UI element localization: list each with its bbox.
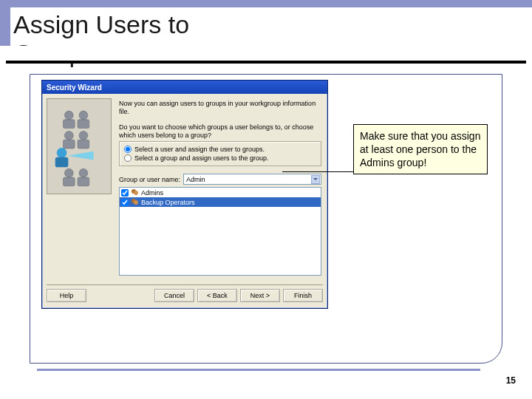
footer-accent-line xyxy=(37,369,480,371)
svg-point-9 xyxy=(64,168,73,177)
wizard-question-text: Do you want to choose which groups a use… xyxy=(119,123,321,140)
group-icon xyxy=(131,198,139,206)
radio-select-user[interactable]: Select a user and assign the user to gro… xyxy=(124,145,316,154)
help-button-label: Help xyxy=(60,292,74,299)
list-item-checkbox[interactable] xyxy=(121,189,129,197)
svg-rect-14 xyxy=(55,157,69,168)
svg-point-19 xyxy=(134,200,138,205)
radio-select-group-input[interactable] xyxy=(124,154,132,162)
groups-listbox[interactable]: Admins Backup Operators xyxy=(119,187,321,276)
finish-button[interactable]: Finish xyxy=(283,289,323,302)
svg-point-3 xyxy=(79,111,88,120)
svg-point-17 xyxy=(134,191,138,195)
dialog-titlebar: Security Wizard xyxy=(42,81,327,94)
radio-select-user-input[interactable] xyxy=(124,146,132,153)
radio-select-group-label: Select a group and assign users to the g… xyxy=(134,154,269,162)
dialog-title: Security Wizard xyxy=(47,83,102,92)
chevron-down-icon[interactable] xyxy=(311,175,320,184)
list-item-label: Backup Operators xyxy=(141,199,195,206)
back-button-label: < Back xyxy=(207,292,228,299)
list-item[interactable]: Admins xyxy=(120,188,321,197)
radio-select-user-label: Select a user and assign the user to gro… xyxy=(134,146,265,153)
svg-rect-6 xyxy=(64,140,75,149)
svg-point-5 xyxy=(64,131,73,140)
cancel-button-label: Cancel xyxy=(164,292,185,299)
back-button[interactable]: < Back xyxy=(197,289,237,302)
user-name-combo[interactable]: Admin xyxy=(183,174,321,185)
callout-text: Make sure that you assign at least one p… xyxy=(360,130,480,168)
group-icon xyxy=(131,188,139,197)
radio-select-group[interactable]: Select a group and assign users to the g… xyxy=(124,154,316,163)
list-item-checkbox[interactable] xyxy=(121,199,129,206)
list-item-label: Admins xyxy=(141,189,163,197)
svg-rect-4 xyxy=(78,120,89,129)
svg-point-7 xyxy=(79,131,88,140)
page-number: 15 xyxy=(506,375,516,386)
svg-rect-12 xyxy=(78,177,89,186)
list-item[interactable]: Backup Operators xyxy=(120,197,321,207)
combo-value: Admin xyxy=(186,176,205,183)
wizard-sidebar-image xyxy=(47,98,112,194)
callout-note: Make sure that you assign at least one p… xyxy=(353,124,488,174)
svg-rect-8 xyxy=(78,140,89,149)
svg-point-1 xyxy=(64,111,73,120)
svg-point-11 xyxy=(79,168,88,177)
finish-button-label: Finish xyxy=(294,292,312,299)
combo-label: Group or user name: xyxy=(119,176,180,183)
wizard-button-row: Help Cancel < Back Next > Finish xyxy=(47,284,323,304)
security-wizard-dialog: Security Wizard xyxy=(41,80,328,309)
cancel-button[interactable]: Cancel xyxy=(154,289,194,302)
help-button[interactable]: Help xyxy=(47,289,86,302)
svg-rect-2 xyxy=(64,120,75,129)
callout-leader-line xyxy=(282,171,356,172)
wizard-intro-text: Now you can assign users to groups in yo… xyxy=(119,100,321,116)
next-button-label: Next > xyxy=(250,292,270,299)
svg-point-13 xyxy=(57,148,67,158)
slide-divider xyxy=(6,46,526,64)
assignment-mode-group: Select a user and assign the user to gro… xyxy=(119,141,321,166)
svg-rect-10 xyxy=(64,177,75,186)
next-button[interactable]: Next > xyxy=(240,289,280,302)
